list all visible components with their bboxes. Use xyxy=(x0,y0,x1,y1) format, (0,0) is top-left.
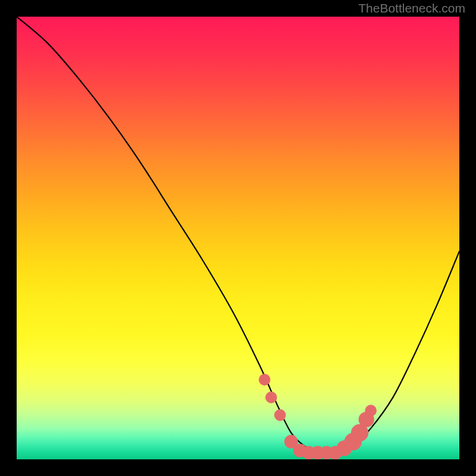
highlight-marker xyxy=(274,409,286,421)
chart-svg xyxy=(17,17,459,459)
highlight-marker xyxy=(265,392,277,403)
bottleneck-curve-path xyxy=(17,17,459,453)
highlighted-markers xyxy=(259,374,377,459)
highlight-marker xyxy=(259,374,271,386)
chart-plot-area xyxy=(17,17,459,459)
attribution-text: TheBottleneck.com xyxy=(358,1,465,15)
highlight-marker xyxy=(365,405,377,416)
